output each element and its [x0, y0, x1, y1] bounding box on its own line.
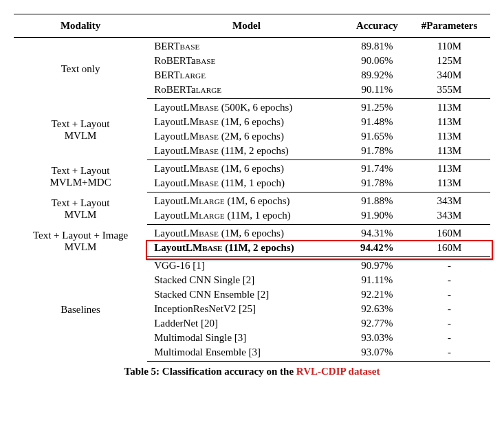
modality-cell: Text only [14, 38, 147, 99]
accuracy-cell: 92.77% [346, 316, 408, 331]
table-row: Text + LayoutMVLMLayoutLMBASE (500K, 6 e… [14, 99, 490, 116]
table-row: BaselinesVGG-16 [1]90.97%- [14, 257, 490, 274]
accuracy-cell: 91.25% [346, 99, 408, 116]
model-cell: LadderNet [20] [147, 316, 346, 331]
params-cell: 160M [408, 241, 490, 257]
accuracy-cell: 90.11% [346, 82, 408, 99]
accuracy-cell: 91.88% [346, 192, 408, 209]
params-cell: 343M [408, 208, 490, 225]
accuracy-cell: 94.42% [346, 241, 408, 257]
params-cell: 113M [408, 144, 490, 160]
model-cell: LayoutLMBASE (11M, 2 epochs) [147, 144, 346, 160]
model-cell: Stacked CNN Single [2] [147, 273, 346, 287]
accuracy-cell: 90.06% [346, 54, 408, 68]
model-cell: LayoutLMLARGE (11M, 1 epoch) [147, 208, 346, 225]
params-cell: 110M [408, 38, 490, 54]
modality-cell: Text + LayoutMVLM [14, 99, 147, 160]
params-cell: - [408, 316, 490, 331]
params-cell: 113M [408, 176, 490, 192]
model-cell: LayoutLMBASE (1M, 6 epochs) [147, 160, 346, 177]
params-cell: 355M [408, 82, 490, 99]
col-model: Model [147, 14, 346, 38]
params-cell: - [408, 257, 490, 274]
caption-prefix: Table 5: Classification accuracy on the [124, 366, 296, 377]
accuracy-cell: 94.31% [346, 225, 408, 241]
model-cell: LayoutLMBASE (11M, 1 epoch) [147, 176, 346, 192]
model-cell: Stacked CNN Ensemble [2] [147, 287, 346, 302]
model-cell: LayoutLMBASE (11M, 2 epochs) [147, 241, 346, 257]
accuracy-cell: 89.81% [346, 38, 408, 54]
params-cell: 160M [408, 225, 490, 241]
accuracy-cell: 93.07% [346, 345, 408, 362]
params-cell: - [408, 302, 490, 316]
model-cell: InceptionResNetV2 [25] [147, 302, 346, 316]
params-cell: - [408, 345, 490, 362]
accuracy-cell: 92.63% [346, 302, 408, 316]
model-cell: BERTBASE [147, 38, 346, 54]
model-cell: Multimodal Ensemble [3] [147, 345, 346, 362]
table-row: Text + Layout + ImageMVLMLayoutLMBASE (1… [14, 225, 490, 241]
model-cell: VGG-16 [1] [147, 257, 346, 274]
model-cell: RoBERTaLARGE [147, 82, 346, 99]
model-cell: LayoutLMBASE (500K, 6 epochs) [147, 99, 346, 116]
accuracy-cell: 91.11% [346, 273, 408, 287]
modality-cell: Text + LayoutMVLM [14, 192, 147, 225]
params-cell: 113M [408, 99, 490, 116]
accuracy-cell: 91.65% [346, 129, 408, 144]
params-cell: - [408, 287, 490, 302]
model-cell: LayoutLMBASE (2M, 6 epochs) [147, 129, 346, 144]
accuracy-cell: 91.48% [346, 115, 408, 129]
model-cell: LayoutLMBASE (1M, 6 epochs) [147, 115, 346, 129]
params-cell: 113M [408, 160, 490, 177]
accuracy-cell: 89.92% [346, 68, 408, 82]
accuracy-cell: 91.90% [346, 208, 408, 225]
table-row: Text + LayoutMVLMLayoutLMLARGE (1M, 6 ep… [14, 192, 490, 209]
params-cell: 113M [408, 129, 490, 144]
params-cell: 340M [408, 68, 490, 82]
col-modality: Modality [14, 14, 147, 38]
table-row: Text onlyBERTBASE89.81%110M [14, 38, 490, 54]
accuracy-cell: 91.78% [346, 176, 408, 192]
params-cell: - [408, 331, 490, 345]
results-table: Modality Model Accuracy #Parameters Text… [14, 14, 490, 362]
table-row: Text + LayoutMVLM+MDCLayoutLMBASE (1M, 6… [14, 160, 490, 177]
accuracy-cell: 90.97% [346, 257, 408, 274]
modality-cell: Baselines [14, 257, 147, 362]
modality-cell: Text + LayoutMVLM+MDC [14, 160, 147, 192]
params-cell: - [408, 273, 490, 287]
accuracy-cell: 91.74% [346, 160, 408, 177]
table-caption: Table 5: Classification accuracy on the … [14, 366, 490, 377]
params-cell: 113M [408, 115, 490, 129]
accuracy-cell: 91.78% [346, 144, 408, 160]
model-cell: LayoutLMLARGE (1M, 6 epochs) [147, 192, 346, 209]
model-cell: Multimodal Single [3] [147, 331, 346, 345]
col-parameters: #Parameters [408, 14, 490, 38]
params-cell: 125M [408, 54, 490, 68]
accuracy-cell: 92.21% [346, 287, 408, 302]
model-cell: BERTLARGE [147, 68, 346, 82]
accuracy-cell: 93.03% [346, 331, 408, 345]
modality-cell: Text + Layout + ImageMVLM [14, 225, 147, 257]
params-cell: 343M [408, 192, 490, 209]
caption-dataset: RVL-CDIP dataset [296, 366, 380, 377]
model-cell: RoBERTaBASE [147, 54, 346, 68]
col-accuracy: Accuracy [346, 14, 408, 38]
model-cell: LayoutLMBASE (1M, 6 epochs) [147, 225, 346, 241]
